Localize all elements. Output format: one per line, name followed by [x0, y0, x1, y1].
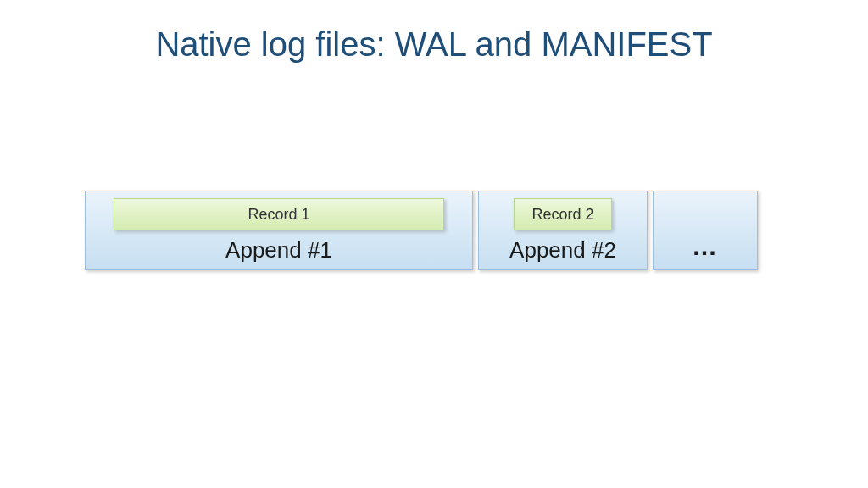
append-block-2: Record 2 Append #2	[478, 191, 648, 270]
record-box-1: Record 1	[114, 198, 444, 230]
append-label-2: Append #2	[509, 237, 616, 263]
slide-title: Native log files: WAL and MANIFEST	[0, 0, 868, 64]
append-block-ellipsis: …	[653, 191, 758, 270]
append-label-1: Append #1	[225, 237, 332, 263]
log-diagram: Record 1 Append #1 Record 2 Append #2 …	[85, 191, 758, 270]
ellipsis-label: …	[692, 232, 719, 261]
record-box-2: Record 2	[514, 198, 612, 230]
append-block-1: Record 1 Append #1	[85, 191, 473, 270]
